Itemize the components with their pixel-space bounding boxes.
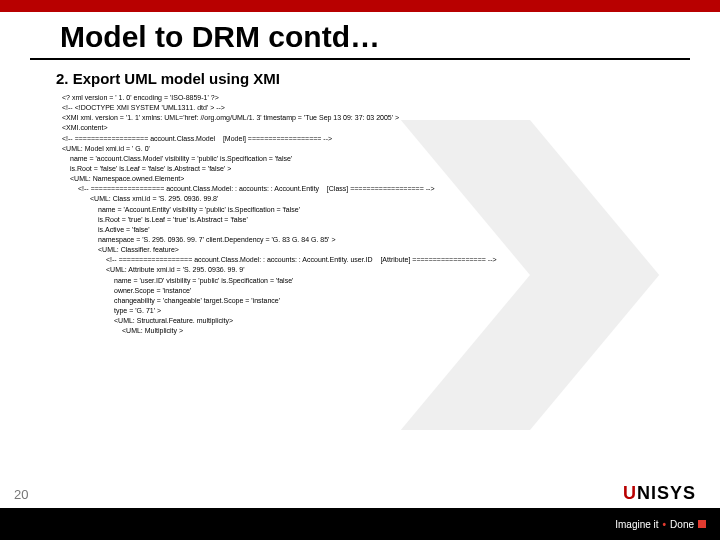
code-line: name = 'user.ID' visibility = 'public' i…	[62, 276, 720, 286]
tagline-done: Done	[670, 519, 694, 530]
code-line: <UML: Model xmi.id = ' G. 0'	[62, 144, 720, 154]
code-line: <XMI.content>	[62, 123, 720, 133]
code-line: is.Root = 'true' is.Leaf = 'true' is.Abs…	[62, 215, 720, 225]
code-line: changeability = 'changeable' target.Scop…	[62, 296, 720, 306]
code-line: <UML: Structural.Feature. multiplicity>	[62, 316, 720, 326]
code-line: name = 'Account.Entity' visibility = 'pu…	[62, 205, 720, 215]
code-line: <!-- <!DOCTYPE XMI SYSTEM 'UML1311. dtd'…	[62, 103, 720, 113]
code-line: namespace = 'S. 295. 0936. 99. 7' client…	[62, 235, 720, 245]
xmi-code-block: <? xml version = ' 1. 0' encoding = 'ISO…	[0, 93, 720, 336]
dot-icon: •	[663, 519, 667, 530]
tagline-imagine: Imagine it	[615, 519, 658, 530]
code-line: owner.Scope = 'instance'	[62, 286, 720, 296]
code-line: <UML: Classifier. feature>	[62, 245, 720, 255]
unisys-logo: UNISYS	[623, 483, 696, 504]
top-red-bar	[0, 0, 720, 12]
code-line: <UML: Namespace.owned.Element>	[62, 174, 720, 184]
footer-bar: Imagine it • Done	[0, 508, 720, 540]
slide: Model to DRM contd… 2. Export UML model …	[0, 0, 720, 540]
code-line: type = 'G. 71' >	[62, 306, 720, 316]
done-box-icon	[698, 520, 706, 528]
code-line: <UML: Multiplicity >	[62, 326, 720, 336]
code-line: <? xml version = ' 1. 0' encoding = 'ISO…	[62, 93, 720, 103]
logo-u: U	[623, 483, 637, 503]
code-line: is.Active = 'false'	[62, 225, 720, 235]
code-line: is.Root = 'false' is.Leaf = 'false' is.A…	[62, 164, 720, 174]
code-line: <UML: Attribute xmi.id = 'S. 295. 0936. …	[62, 265, 720, 275]
logo-rest: NISYS	[637, 483, 696, 503]
page-number: 20	[14, 487, 28, 502]
code-line: <!-- ================== account.Class.Mo…	[62, 255, 720, 265]
code-line: <!-- ================== account.Class.Mo…	[62, 134, 720, 144]
slide-subtitle: 2. Export UML model using XMI	[0, 60, 720, 93]
code-line: <XMI xmi. version = '1. 1' xmlns: UML='h…	[62, 113, 720, 123]
tagline: Imagine it • Done	[615, 519, 706, 530]
code-line: <!-- ================== account.Class.Mo…	[62, 184, 720, 194]
code-line: name = 'account.Class.Model' visibility …	[62, 154, 720, 164]
slide-title: Model to DRM contd…	[30, 12, 690, 60]
code-line: <UML: Class xmi.id = 'S. 295. 0936. 99.8…	[62, 194, 720, 204]
